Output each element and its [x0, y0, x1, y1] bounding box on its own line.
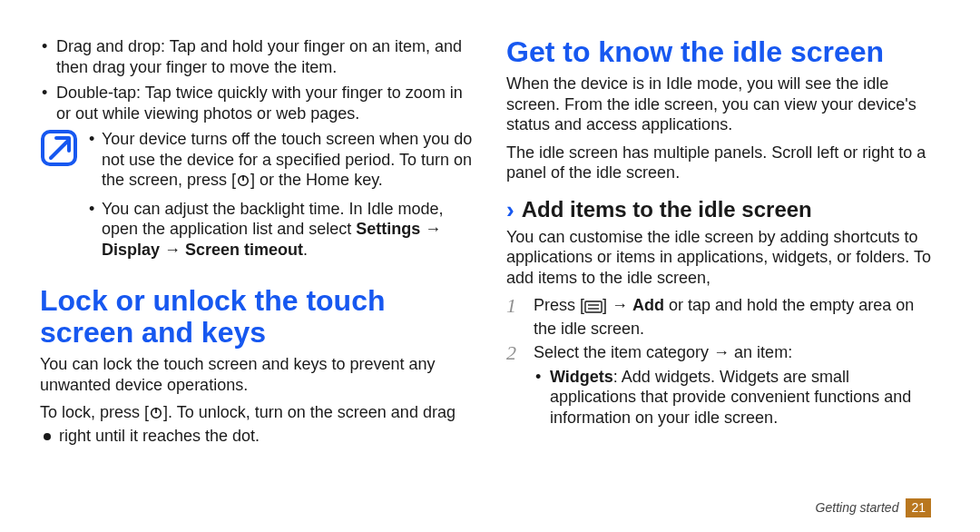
bold-widgets: Widgets — [550, 368, 613, 386]
text-segment: Press [ — [534, 296, 584, 314]
footer-page-number: 21 — [906, 498, 931, 517]
step-2: 2 Select the item category → an item: Wi… — [506, 342, 940, 433]
bold-settings: Settings — [356, 220, 420, 238]
text-segment: . — [303, 241, 308, 259]
heading-lock-unlock: Lock or unlock the touch screen and keys — [40, 285, 474, 349]
step-body: Select the item category → an item: Widg… — [534, 342, 940, 433]
text-segment: ]. To unlock, turn on the screen and dra… — [163, 403, 456, 421]
power-icon — [236, 172, 250, 193]
page-footer: Getting started 21 — [816, 498, 931, 517]
bold-screen-timeout: Screen timeout — [185, 241, 303, 259]
lock-description: You can lock the touch screen and keys t… — [40, 354, 474, 395]
gesture-bullet-list: Drag and drop: Tap and hold your finger … — [40, 36, 474, 123]
arrow-text: → — [160, 241, 185, 259]
bullet-widgets: Widgets: Add widgets. Widgets are small … — [534, 367, 940, 429]
text-segment: To lock, press [ — [40, 403, 149, 421]
manual-page: Drag and drop: Tap and hold your finger … — [0, 0, 980, 532]
text-segment: ] or the Home key. — [250, 171, 383, 189]
left-column: Drag and drop: Tap and hold your finger … — [40, 36, 474, 523]
subheading-text: Add items to the idle screen — [522, 196, 812, 223]
right-column: Get to know the idle screen When the dev… — [506, 36, 940, 523]
bullet-text: Drag and drop: Tap and hold your finger … — [56, 37, 462, 76]
note-bullet-screen-off: Your device turns off the touch screen w… — [87, 129, 474, 193]
bold-add: Add — [632, 296, 664, 314]
svg-point-6 — [44, 433, 51, 440]
bullet-double-tap: Double-tap: Tap twice quickly with your … — [40, 83, 474, 123]
idle-description-2: The idle screen has multiple panels. Scr… — [506, 143, 940, 183]
drag-handle-icon — [40, 429, 54, 449]
arrow-text: → — [420, 220, 441, 238]
heading-idle-screen: Get to know the idle screen — [506, 36, 940, 68]
step-2-text: Select the item category → an item: — [534, 343, 792, 361]
svg-rect-7 — [585, 301, 602, 312]
note-body: Your device turns off the touch screen w… — [87, 129, 474, 265]
step-number: 2 — [506, 342, 524, 433]
menu-icon — [584, 298, 603, 319]
subheading-add-items: › Add items to the idle screen — [506, 196, 940, 223]
note-block: Your device turns off the touch screen w… — [40, 129, 474, 265]
add-items-description: You can customise the idle screen by add… — [506, 227, 940, 289]
bullet-drag-drop: Drag and drop: Tap and hold your finger … — [40, 36, 474, 77]
note-bullet-backlight: You can adjust the backlight time. In Id… — [87, 199, 474, 261]
steps-list: 1 Press [] → Add or tap and hold the emp… — [506, 295, 940, 433]
step-1: 1 Press [] → Add or tap and hold the emp… — [506, 295, 940, 339]
chevron-icon: › — [506, 198, 514, 222]
step-number: 1 — [506, 295, 524, 339]
text-segment: ] → — [603, 296, 632, 314]
lock-instruction: To lock, press []. To unlock, turn on th… — [40, 402, 474, 448]
text-segment: right until it reaches the dot. — [54, 427, 260, 445]
footer-section-label: Getting started — [816, 500, 899, 517]
bold-display: Display — [102, 241, 160, 259]
step-body: Press [] → Add or tap and hold the empty… — [534, 295, 940, 339]
svg-line-1 — [51, 140, 69, 158]
note-icon — [40, 129, 78, 167]
power-icon — [149, 405, 163, 426]
bullet-text: Double-tap: Tap twice quickly with your … — [56, 84, 463, 123]
idle-description-1: When the device is in Idle mode, you wil… — [506, 74, 940, 135]
